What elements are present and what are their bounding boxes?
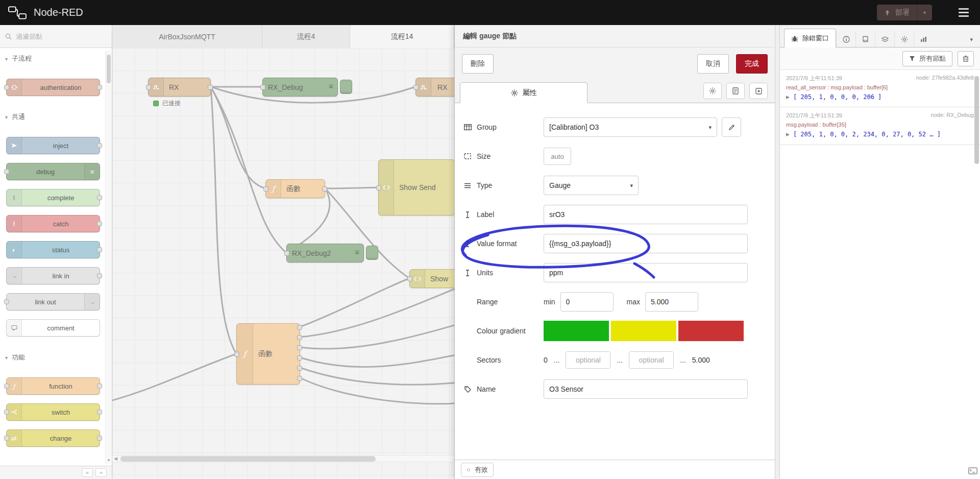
palette-category-common[interactable]: ▾ 共通 xyxy=(0,111,112,123)
input-port[interactable] xyxy=(146,85,151,90)
tab-info[interactable] xyxy=(836,31,855,47)
output-port-2[interactable] xyxy=(297,335,302,340)
message-timestamp: 2021/7/9 上午11:51:39 xyxy=(786,112,842,119)
output-port[interactable] xyxy=(208,85,213,90)
node-rx-debug[interactable]: RX_Debug ≡ xyxy=(262,78,338,97)
collapse-categories-button[interactable]: « xyxy=(82,468,93,477)
range-min-input[interactable] xyxy=(560,292,614,312)
dialog-tabs: 屬性 xyxy=(455,80,775,103)
field-value-format: Value format xyxy=(463,234,767,253)
tab-node-settings[interactable] xyxy=(703,83,722,99)
debug-clear-button[interactable] xyxy=(958,51,974,66)
scroll-left-arrow-icon[interactable]: ◀ xyxy=(114,456,117,461)
tab-appearance[interactable] xyxy=(749,83,768,99)
output-port-1[interactable] xyxy=(297,325,302,330)
palette-node-debug[interactable]: ≡ debug xyxy=(6,163,100,180)
group-select[interactable]: [Calibration] O3 ▾ xyxy=(544,117,717,137)
palette-node-status[interactable]: ◐ status xyxy=(6,241,100,258)
input-port[interactable] xyxy=(376,185,381,190)
palette-search-input[interactable] xyxy=(16,33,92,40)
label-input[interactable] xyxy=(544,205,748,224)
cancel-button[interactable]: 取消 xyxy=(697,54,729,74)
gradient-colour-green[interactable] xyxy=(544,321,609,341)
sidebar-tabs-dropdown-icon[interactable]: ▾ xyxy=(970,36,976,47)
type-select[interactable]: Gauge ▾ xyxy=(544,176,639,195)
name-input[interactable] xyxy=(544,379,748,399)
debug-message: 2021/7/9 上午11:51:39 node: 27fe982a.43dfe… xyxy=(780,70,980,107)
deploy-options-caret-icon[interactable]: ▾ xyxy=(917,5,932,20)
done-button[interactable]: 完成 xyxy=(736,54,768,74)
deploy-label: 部署 xyxy=(895,8,910,17)
sector1-input[interactable] xyxy=(566,351,610,369)
input-port[interactable] xyxy=(407,276,412,281)
gradient-colour-red[interactable] xyxy=(678,321,744,341)
output-port-5[interactable] xyxy=(297,366,302,371)
expand-payload-icon[interactable]: ▶ xyxy=(786,93,790,100)
field-group: Group [Calibration] O3 ▾ xyxy=(463,117,767,137)
palette-node-complete[interactable]: ! complete xyxy=(6,189,100,206)
palette-category-function[interactable]: ▾ 功能 xyxy=(0,352,112,363)
input-port[interactable] xyxy=(234,352,239,357)
input-port[interactable] xyxy=(260,85,265,90)
palette-node-link-out[interactable]: → link out xyxy=(6,293,100,310)
output-port-4[interactable] xyxy=(297,355,302,361)
expand-payload-icon[interactable]: ▶ xyxy=(786,130,790,137)
palette-node-inject[interactable]: inject xyxy=(6,137,100,154)
palette-node-comment[interactable]: comment xyxy=(6,319,100,337)
range-max-input[interactable] xyxy=(645,292,698,312)
gradient-colour-yellow[interactable] xyxy=(611,321,676,341)
node-rx-debug2[interactable]: RX_Debug2 ≡ xyxy=(286,244,364,262)
debug-scrollbar[interactable] xyxy=(974,76,979,164)
tab-help[interactable] xyxy=(855,31,875,47)
flow-tab-airboxjsonmqtt[interactable]: AirBoxJsonMQTT xyxy=(112,25,262,48)
units-input[interactable] xyxy=(544,263,748,282)
palette-node-link-in[interactable]: → link in xyxy=(6,267,100,284)
tab-dashboard[interactable] xyxy=(914,31,933,47)
tab-description[interactable] xyxy=(726,83,745,99)
palette-category-subflows[interactable]: ▾ 子流程 xyxy=(0,53,112,64)
debug-enable-toggle[interactable] xyxy=(366,246,378,260)
dialog-title: 編輯 gauge 節點 xyxy=(455,25,775,47)
main-menu-icon[interactable] xyxy=(959,8,969,17)
node-enabled-toggle[interactable]: ○ 有效 xyxy=(461,463,494,477)
expand-categories-button[interactable]: » xyxy=(95,468,107,477)
flow-tab-flow14[interactable]: 流程14 xyxy=(350,25,454,48)
output-port-6[interactable] xyxy=(297,376,302,381)
value-format-input[interactable] xyxy=(544,234,748,253)
input-port[interactable] xyxy=(413,85,419,90)
palette-node-switch[interactable]: switch xyxy=(6,403,100,421)
node-red-logo-icon: Node-RED xyxy=(8,6,83,20)
scroll-down-arrow-icon[interactable]: ▼ xyxy=(106,458,112,463)
size-auto-button[interactable]: auto xyxy=(544,148,571,165)
node-show-send[interactable]: Show Send xyxy=(378,159,455,215)
field-units: Units xyxy=(463,263,767,282)
tab-properties[interactable]: 屬性 xyxy=(460,82,587,103)
debug-enable-toggle[interactable] xyxy=(340,80,352,94)
palette-node-authentication[interactable]: authentication xyxy=(6,79,100,96)
palette-node-change[interactable]: ⇄ change xyxy=(6,429,100,447)
sidebar-resize-handle[interactable] xyxy=(775,25,780,479)
console-icon[interactable] xyxy=(968,467,977,476)
flow-tab-flow4[interactable]: 流程4 xyxy=(262,25,350,48)
node-show2[interactable]: Show xyxy=(409,269,456,288)
input-port[interactable] xyxy=(263,186,268,191)
tab-context[interactable] xyxy=(875,31,894,47)
delete-button[interactable]: 刪除 xyxy=(462,54,494,74)
deploy-button[interactable]: 部署 ▾ xyxy=(877,5,932,20)
palette-node-catch[interactable]: ! catch xyxy=(6,215,100,232)
debug-filter-button[interactable]: 所有節點 xyxy=(902,51,952,66)
tab-debug[interactable]: 除錯窗口 xyxy=(784,29,836,47)
dialog-toolbar: 刪除 取消 完成 xyxy=(455,47,775,80)
edit-group-button[interactable] xyxy=(722,117,741,137)
node-function1[interactable]: ƒ 函數 xyxy=(265,179,325,198)
node-function2[interactable]: ƒ 函數 xyxy=(236,323,300,385)
tab-config[interactable] xyxy=(894,31,914,47)
palette-scrollbar[interactable]: ▼ xyxy=(105,51,111,464)
text-cursor-icon xyxy=(463,211,472,218)
sector2-input[interactable] xyxy=(629,351,674,369)
output-port[interactable] xyxy=(322,186,327,191)
output-port-3[interactable] xyxy=(297,345,302,350)
palette-node-function[interactable]: ƒ function xyxy=(6,377,100,395)
node-rx[interactable]: RX xyxy=(148,78,211,97)
input-port[interactable] xyxy=(284,251,289,256)
